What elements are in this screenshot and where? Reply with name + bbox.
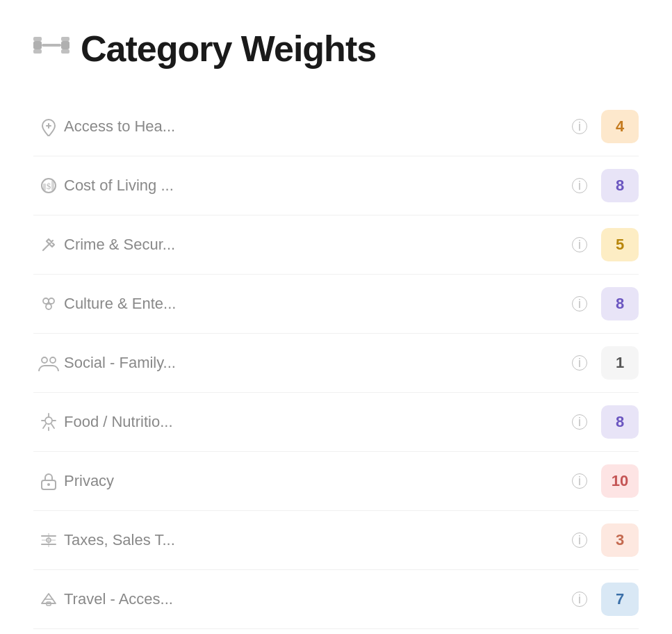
category-row: Food / Nutritio... i 8 [33, 393, 639, 452]
info-icon[interactable]: i [572, 355, 587, 371]
culture-entertainment-icon [33, 294, 64, 314]
category-row: Travel - Acces... i 7 [33, 570, 639, 629]
category-list: Access to Hea... i 4 $ Cost of Living ..… [33, 97, 639, 634]
svg-text:$: $ [47, 181, 51, 191]
svg-point-13 [46, 304, 51, 309]
svg-rect-9 [43, 184, 46, 190]
category-value[interactable]: 8 [601, 169, 639, 202]
category-label: Privacy [64, 472, 565, 490]
category-label: Cost of Living ... [64, 177, 565, 195]
category-row: Crime & Secur... i 5 [33, 216, 639, 275]
crime-security-icon [33, 235, 64, 254]
header-icon [33, 30, 69, 67]
info-icon[interactable]: i [572, 296, 587, 311]
svg-point-16 [45, 417, 52, 424]
category-value[interactable]: 5 [601, 228, 639, 261]
category-value[interactable]: 1 [601, 346, 639, 380]
category-row: Social - Family... i 1 [33, 334, 639, 393]
svg-point-14 [42, 357, 47, 363]
page-title: Category Weights [81, 28, 376, 70]
food-nutrition-icon [33, 412, 64, 432]
category-row: Access to Hea... i 4 [33, 97, 639, 156]
category-label: Food / Nutritio... [64, 413, 565, 431]
category-row: Weather i 10 [33, 629, 639, 634]
svg-point-12 [49, 298, 54, 304]
svg-rect-2 [33, 49, 42, 54]
info-icon[interactable]: i [572, 592, 587, 607]
category-label: Travel - Acces... [64, 590, 565, 608]
taxes-sales-icon [33, 530, 64, 550]
svg-point-18 [47, 483, 50, 486]
category-label: Access to Hea... [64, 117, 565, 136]
category-value[interactable]: 8 [601, 287, 639, 320]
category-row: Taxes, Sales T... i 3 [33, 511, 639, 570]
svg-point-11 [43, 298, 49, 304]
travel-access-icon [33, 590, 64, 609]
info-icon[interactable]: i [572, 473, 587, 489]
info-icon[interactable]: i [572, 237, 587, 252]
access-to-healthcare-icon [33, 117, 64, 136]
svg-rect-1 [33, 37, 42, 41]
svg-rect-3 [42, 44, 61, 47]
category-value[interactable]: 3 [601, 523, 639, 557]
page-header: Category Weights [33, 28, 639, 70]
category-label: Crime & Secur... [64, 236, 565, 254]
category-value[interactable]: 10 [601, 464, 639, 498]
cost-of-living-icon: $ [33, 176, 64, 195]
privacy-icon [33, 471, 64, 491]
social-family-icon [33, 353, 64, 373]
category-label: Social - Family... [64, 354, 565, 372]
category-row: Privacy i 10 [33, 452, 639, 511]
info-icon[interactable]: i [572, 414, 587, 430]
svg-rect-6 [61, 49, 69, 54]
info-icon[interactable]: i [572, 178, 587, 193]
info-icon[interactable]: i [572, 119, 587, 134]
category-value[interactable]: 7 [601, 583, 639, 616]
category-row: Culture & Ente... i 8 [33, 275, 639, 334]
category-value[interactable]: 4 [601, 110, 639, 143]
svg-rect-4 [61, 41, 69, 49]
category-label: Taxes, Sales T... [64, 531, 565, 549]
category-value[interactable]: 8 [601, 405, 639, 439]
svg-rect-10 [51, 181, 54, 190]
category-row: $ Cost of Living ... i 8 [33, 156, 639, 216]
svg-rect-0 [33, 41, 42, 49]
svg-rect-5 [61, 37, 69, 41]
info-icon[interactable]: i [572, 533, 587, 548]
category-label: Culture & Ente... [64, 295, 565, 313]
svg-point-15 [50, 357, 56, 363]
